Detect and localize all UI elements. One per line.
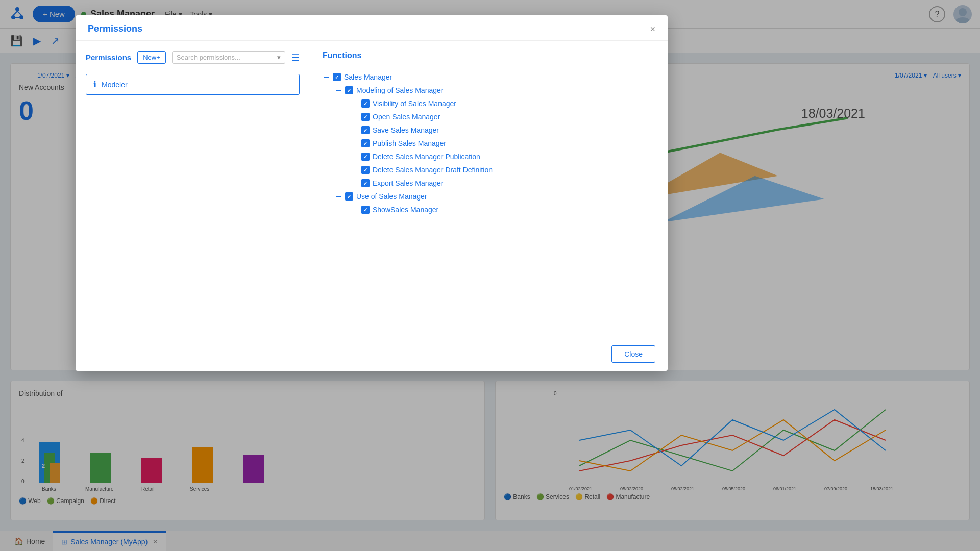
functions-title: Functions [323,51,655,60]
search-permissions-input[interactable]: Search permissions... ▾ [172,51,285,64]
tree-row-sales-manager: — Sales Manager [323,70,655,84]
checkbox-visibility[interactable] [361,99,370,108]
modal-footer: Close [76,337,668,371]
label-open: Open Sales Manager [373,113,440,121]
left-panel-title: Permissions [86,53,131,62]
label-show: ShowSales Manager [373,206,438,214]
label-delete-draft: Delete Sales Manager Draft Definition [373,166,493,174]
tree-row-modeling: — Modeling of Sales Manager [323,84,655,97]
tree-row-publish: Publish Sales Manager [323,137,655,150]
info-icon: ℹ [93,80,96,89]
tree-row-show: ShowSales Manager [323,203,655,216]
modal-title: Permissions [88,23,142,34]
tree-row-use: — Use of Sales Manager [323,190,655,203]
checkbox-publish[interactable] [361,139,370,147]
tree-row-save: Save Sales Manager [323,123,655,137]
checkbox-export[interactable] [361,179,370,187]
label-export: Export Sales Manager [373,179,444,187]
close-button[interactable]: Close [611,345,655,363]
label-delete-pub: Delete Sales Manager Publication [373,153,480,161]
functions-tree: — Sales Manager — Modeling of Sales Mana… [323,70,655,216]
collapse-modeling[interactable]: — [335,87,342,94]
left-panel-header: Permissions New+ Search permissions... ▾… [86,51,300,64]
tree-row-export: Export Sales Manager [323,177,655,190]
modal-close-button[interactable]: × [650,24,655,34]
label-use: Use of Sales Manager [356,192,427,201]
left-panel: Permissions New+ Search permissions... ▾… [76,41,310,337]
list-view-icon[interactable]: ☰ [291,52,300,63]
dropdown-icon: ▾ [277,54,281,61]
checkbox-delete-draft[interactable] [361,166,370,174]
new-permission-button[interactable]: New+ [137,51,166,64]
tree-row-delete-draft: Delete Sales Manager Draft Definition [323,163,655,177]
tree-row-open: Open Sales Manager [323,110,655,123]
checkbox-save[interactable] [361,126,370,134]
modal-header: Permissions × [76,15,668,41]
checkbox-modeling[interactable] [345,86,353,94]
permissions-modal: Permissions × Permissions New+ Search pe… [76,15,668,371]
collapse-use[interactable]: — [335,193,342,200]
checkbox-open[interactable] [361,113,370,121]
modal-body: Permissions New+ Search permissions... ▾… [76,41,668,337]
label-save: Save Sales Manager [373,126,439,134]
label-publish: Publish Sales Manager [373,139,446,147]
checkbox-show[interactable] [361,206,370,214]
label-sales-manager: Sales Manager [344,73,392,81]
label-modeling: Modeling of Sales Manager [356,86,443,94]
tree-row-visibility: Visibility of Sales Manager [323,97,655,110]
checkbox-delete-pub[interactable] [361,153,370,161]
checkbox-use[interactable] [345,192,353,201]
checkbox-sales-manager[interactable] [333,73,341,81]
permission-modeler-item[interactable]: ℹ Modeler [86,74,300,95]
collapse-sales-manager[interactable]: — [323,73,330,81]
permission-label: Modeler [102,81,128,89]
right-panel: Functions — Sales Manager — Modeling of … [310,41,668,337]
tree-row-delete-pub: Delete Sales Manager Publication [323,150,655,163]
label-visibility: Visibility of Sales Manager [373,99,456,108]
